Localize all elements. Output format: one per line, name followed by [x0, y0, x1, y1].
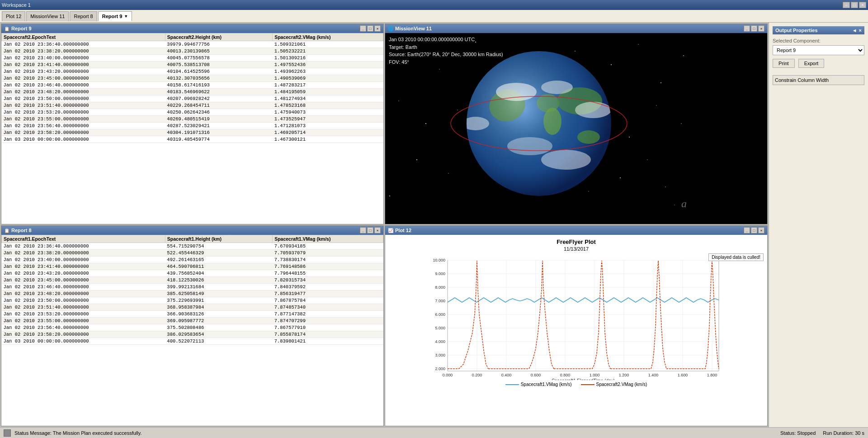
- tab-missionview11[interactable]: MissionView 11: [26, 11, 69, 21]
- svg-point-19: [416, 159, 417, 160]
- svg-text:4.000: 4.000: [435, 339, 445, 344]
- svg-text:0.200: 0.200: [472, 373, 482, 377]
- svg-point-9: [660, 82, 661, 83]
- legend-spacecraft1: Spacecraft1.VMag (km/s): [505, 382, 572, 387]
- report8-controls: _ □ ×: [360, 227, 381, 233]
- report8-panel: 📋 Report 8 _ □ × Spacecraft1.EpochText S…: [1, 225, 384, 426]
- missionview-info: Jan 03 2010 00:00:00.000000000 UTC Targe…: [389, 36, 503, 66]
- output-properties-header: Output Properties ◄ ×: [773, 26, 864, 34]
- report9-min-btn[interactable]: _: [360, 25, 366, 32]
- watermark: a: [681, 198, 687, 209]
- menu-bar: Plot 12 MissionView 11 Report 8 Report 9…: [0, 10, 868, 23]
- tab-plot12[interactable]: Plot 12: [2, 11, 25, 21]
- title-maximize-btn[interactable]: □: [851, 2, 858, 8]
- missionview-min-btn[interactable]: _: [744, 25, 750, 32]
- report9-col-height: Spacecraft2.Height (km): [165, 33, 272, 41]
- output-properties-close-btn[interactable]: ×: [859, 28, 862, 33]
- print-btn[interactable]: Print: [773, 59, 795, 68]
- svg-point-17: [629, 137, 630, 138]
- table-row: Jan 02 2010 23:45:00.000000000418.122530…: [2, 277, 383, 284]
- svg-text:1.600: 1.600: [677, 373, 688, 377]
- plot-svg: 10.000 9.000 8.000 7.000 6.000 5.000 4.0…: [429, 253, 723, 380]
- svg-text:6.000: 6.000: [435, 312, 445, 317]
- constrain-column-width-btn[interactable]: Constrain Column Width: [773, 75, 864, 85]
- svg-text:0.800: 0.800: [560, 373, 570, 377]
- svg-text:8.000: 8.000: [435, 285, 445, 290]
- title-minimize-btn[interactable]: −: [843, 2, 850, 8]
- selected-component-select[interactable]: Report 9: [773, 45, 864, 55]
- export-btn[interactable]: Export: [798, 59, 825, 68]
- status-icon: [4, 429, 11, 437]
- run-duration: Run Duration: 30 s: [823, 430, 864, 436]
- table-row: Jan 02 2010 23:53:20.00000000040250.0626…: [2, 109, 383, 116]
- report9-table-scroll[interactable]: Spacecraft2.EpochText Spacecraft2.Height…: [1, 33, 383, 224]
- svg-text:Spacecraft1.ElapsedTime (day): Spacecraft1.ElapsedTime (day): [552, 378, 615, 380]
- report9-icon: 📋: [4, 26, 9, 31]
- svg-text:0.600: 0.600: [530, 373, 541, 377]
- plot12-title: Plot 12: [395, 228, 744, 233]
- report8-min-btn[interactable]: _: [360, 227, 366, 233]
- table-row: Jan 02 2010 23:40:00.00000000040045.0775…: [2, 55, 383, 62]
- missionview-close-btn[interactable]: ×: [758, 25, 764, 32]
- title-close-btn[interactable]: ×: [859, 2, 866, 8]
- report9-close-btn[interactable]: ×: [374, 25, 381, 32]
- output-properties-content: Selected Component: Report 9 Print Expor…: [773, 38, 864, 85]
- table-row: Jan 02 2010 23:45:00.00000000040132.3070…: [2, 75, 383, 82]
- legend-line-sc1: [505, 384, 519, 385]
- plot12-min-btn[interactable]: _: [744, 227, 750, 233]
- plot12-controls: _ □ ×: [744, 227, 764, 233]
- title-bar: Workspace 1 − □ ×: [0, 0, 868, 10]
- mv-target: Target: Earth: [389, 43, 503, 51]
- report8-col-vmag: Spacecraft1.VMag (km/s): [273, 235, 383, 243]
- spacecraft2-vmag-line: [448, 261, 488, 369]
- svg-point-18: [656, 105, 657, 106]
- report8-title-bar: 📋 Report 8 _ □ ×: [1, 226, 383, 235]
- plot12-max-btn[interactable]: □: [751, 227, 757, 233]
- plot-culled-notice: Displayed data is culled!: [708, 253, 764, 261]
- plot-chart-title: FreeFlyer Plot: [389, 238, 764, 245]
- plot12-close-btn[interactable]: ×: [758, 227, 764, 233]
- report9-max-btn[interactable]: □: [367, 25, 373, 32]
- svg-point-31: [674, 205, 675, 205]
- report9-table-panel: Spacecraft2.EpochText Spacecraft2.Height…: [1, 33, 383, 224]
- tab-report9[interactable]: Report 9 ▼: [98, 11, 132, 21]
- output-properties-pin-btn[interactable]: ◄: [852, 28, 857, 33]
- table-row: Jan 02 2010 23:48:20.00000000040183.5469…: [2, 89, 383, 95]
- missionview-max-btn[interactable]: □: [751, 25, 757, 32]
- table-row: Jan 02 2010 23:46:40.00000000040158.6174…: [2, 82, 383, 89]
- svg-point-28: [389, 195, 390, 196]
- svg-point-29: [683, 55, 684, 56]
- svg-text:5.000: 5.000: [435, 326, 445, 330]
- svg-text:7.000: 7.000: [435, 299, 445, 303]
- table-row: Jan 02 2010 23:58:20.00000000040304.1910…: [2, 129, 383, 136]
- table-row: Jan 02 2010 23:36:40.000000000554.715290…: [2, 243, 383, 250]
- svg-text:10.000: 10.000: [433, 258, 445, 262]
- table-row: Jan 02 2010 23:50:00.00000000040207.0969…: [2, 95, 383, 102]
- svg-point-2: [439, 69, 440, 70]
- tab-dropdown-arrow[interactable]: ▼: [124, 14, 128, 19]
- svg-text:1.000: 1.000: [589, 373, 599, 377]
- plot-legend: Spacecraft1.VMag (km/s) Spacecraft2.VMag…: [389, 382, 764, 387]
- table-row: Jan 02 2010 23:43:20.000000000439.756852…: [2, 270, 383, 277]
- legend-label-sc1: Spacecraft1.VMag (km/s): [521, 382, 572, 387]
- print-export-btns: Print Export: [773, 59, 864, 68]
- report8-close-btn[interactable]: ×: [374, 227, 381, 233]
- tab-report8[interactable]: Report 8: [70, 11, 97, 21]
- svg-point-45: [467, 51, 611, 196]
- svg-text:0.000: 0.000: [442, 373, 453, 377]
- table-row: Jan 03 2010 00:00:00.00000000040319.4854…: [2, 136, 383, 143]
- plot-container: Displayed data is culled! 10.000 9.000 8…: [389, 253, 764, 380]
- svg-point-30: [681, 123, 682, 124]
- svg-point-10: [398, 100, 399, 101]
- report8-col-height: Spacecraft1.Height (km): [165, 235, 272, 243]
- table-row: Jan 02 2010 23:56:40.000000000375.502808…: [2, 324, 383, 331]
- report8-max-btn[interactable]: □: [367, 227, 373, 233]
- content-area: 📋 Report 9 _ □ × Spacecraft2.EpochText S…: [0, 23, 769, 427]
- report8-table-scroll[interactable]: Spacecraft1.EpochText Spacecraft1.Height…: [1, 235, 383, 426]
- table-row: Jan 02 2010 23:48:20.000000000385.625058…: [2, 290, 383, 297]
- legend-spacecraft2: Spacecraft2.VMag (km/s): [581, 382, 647, 387]
- table-row: Jan 02 2010 23:43:20.00000000040104.6145…: [2, 68, 383, 75]
- svg-point-27: [665, 186, 666, 187]
- title-bar-controls: − □ ×: [843, 2, 866, 8]
- mv-time: Jan 03 2010 00:00:00.000000000 UTC: [389, 36, 503, 43]
